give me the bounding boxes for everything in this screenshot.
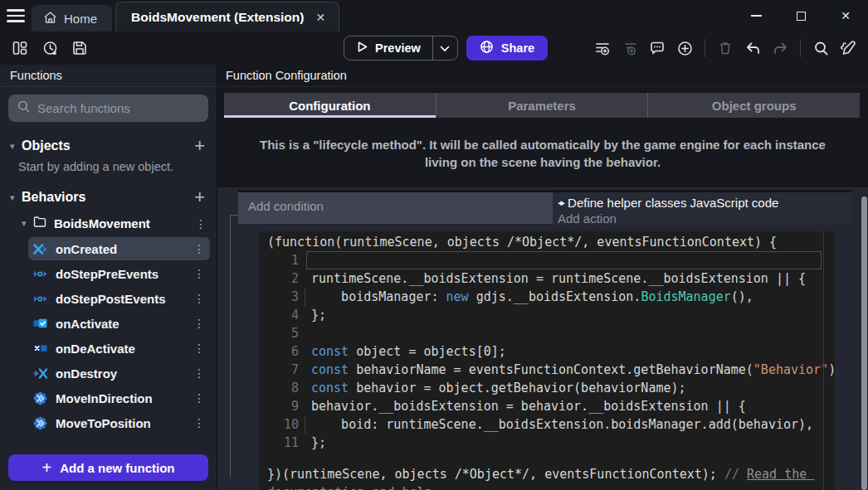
tab-document[interactable]: BoidsMovement (Extension) ✕: [115, 2, 339, 32]
kebab-menu-icon[interactable]: ⋮: [193, 242, 203, 255]
behaviors-section-header[interactable]: ▾ Behaviors +: [0, 185, 217, 210]
lifecycle-info-text: This is a "lifecycle method". It will be…: [242, 136, 843, 171]
add-subevent-icon[interactable]: [618, 36, 641, 60]
kebab-menu-icon[interactable]: ⋮: [193, 317, 203, 330]
layout-panels-icon[interactable]: [8, 36, 32, 60]
add-comment-icon[interactable]: [646, 36, 669, 60]
movetoposition-icon: [33, 416, 47, 430]
objects-empty-hint: Start by adding a new object.: [0, 158, 217, 178]
share-button[interactable]: Share: [466, 36, 548, 61]
add-function-label: Add a new function: [60, 461, 174, 475]
save-icon[interactable]: [68, 36, 91, 60]
close-window-button[interactable]: ✕: [823, 0, 868, 32]
search-functions-box[interactable]: [8, 95, 208, 122]
redo-icon[interactable]: [768, 36, 792, 60]
code-editor[interactable]: (function(runtimeScene, objects /*Object…: [259, 231, 835, 490]
history-icon[interactable]: [38, 36, 61, 60]
oncreated-icon: [33, 242, 47, 256]
events-sheet[interactable]: Add condition ◂▸ Define helper classes J…: [217, 187, 868, 490]
maximize-button[interactable]: [778, 0, 823, 32]
line-number: 2: [259, 269, 299, 288]
caret-down-icon[interactable]: ▾: [10, 192, 22, 203]
function-item-label: doStepPreEvents: [56, 267, 193, 281]
behaviors-section-label: Behaviors: [22, 190, 194, 205]
function-item-dostespreevents[interactable]: doStepPreEvents ⋮: [28, 262, 210, 285]
code-line[interactable]: 7const behaviorName = eventsFunctionCont…: [259, 361, 835, 379]
function-item-label: doStepPostEvents: [56, 292, 193, 306]
tab-object-groups[interactable]: Object groups: [648, 93, 860, 118]
search-icon[interactable]: [809, 36, 832, 60]
editor-scrollbar[interactable]: [823, 231, 835, 490]
chevron-down-icon: [440, 41, 450, 56]
code-line[interactable]: 5: [259, 324, 835, 342]
objects-section-header[interactable]: ▾ Objects +: [0, 133, 217, 158]
trash-icon[interactable]: [714, 36, 737, 60]
caret-down-icon[interactable]: ▾: [10, 141, 22, 152]
events-scrollbar[interactable]: [861, 196, 867, 490]
edit-extension-icon[interactable]: [836, 36, 860, 60]
code-line[interactable]: 10 boid: runtimeScene.__boidsExtension.b…: [259, 415, 835, 434]
code-line[interactable]: 11};: [259, 434, 835, 452]
main-menu-button[interactable]: [0, 0, 32, 32]
tab-home[interactable]: Home: [32, 5, 112, 32]
tab-parameters[interactable]: Parameters: [436, 93, 649, 118]
add-condition-button[interactable]: Add condition: [238, 192, 553, 224]
line-number: 3: [259, 288, 299, 306]
code-line[interactable]: 4};: [259, 306, 835, 324]
function-item-ondeactivate[interactable]: onDeActivate ⋮: [28, 337, 210, 360]
function-configuration-panel: Function Configuration Configuration Par…: [217, 65, 868, 490]
preview-dropdown-button[interactable]: [432, 36, 457, 61]
toolbar-right: [591, 36, 860, 60]
function-item-onactivate[interactable]: onActivate ⋮: [28, 312, 210, 335]
function-item-label: MoveToPosition: [56, 416, 193, 430]
plus-icon: +: [41, 458, 51, 478]
kebab-menu-icon[interactable]: ⋮: [193, 342, 203, 355]
minimize-button[interactable]: [734, 0, 778, 32]
close-tab-icon[interactable]: ✕: [315, 11, 325, 24]
preview-button-main[interactable]: Preview: [344, 41, 432, 56]
function-item-dosteppostevents[interactable]: doStepPostEvents ⋮: [28, 287, 210, 310]
kebab-menu-icon[interactable]: ⋮: [193, 366, 203, 380]
kebab-menu-icon[interactable]: ⋮: [193, 391, 203, 405]
tab-configuration[interactable]: Configuration: [224, 93, 436, 118]
add-circle-icon[interactable]: [673, 36, 696, 60]
code-line[interactable]: 1: [259, 251, 835, 269]
kebab-menu-icon[interactable]: ⋮: [195, 217, 205, 230]
add-action-button[interactable]: Add action: [558, 211, 843, 228]
titlebar: Home BoidsMovement (Extension) ✕ ✕: [0, 0, 868, 32]
line-number: 11: [259, 434, 299, 452]
ondeactivate-icon: [33, 342, 47, 356]
code-line[interactable]: 8const behavior = object.getBehavior(beh…: [259, 379, 835, 397]
add-new-function-button[interactable]: + Add a new function: [8, 454, 208, 481]
caret-down-icon[interactable]: ▾: [22, 218, 33, 229]
add-object-button[interactable]: +: [194, 138, 205, 154]
kebab-menu-icon[interactable]: ⋮: [193, 267, 203, 280]
line-number: 4: [259, 306, 299, 324]
search-icon: [17, 99, 31, 117]
line-number: 5: [259, 324, 299, 342]
code-line[interactable]: 3 boidsManager: new gdjs.__boidsExtensio…: [259, 288, 835, 306]
js-code-event[interactable]: Add condition ◂▸ Define helper classes J…: [238, 190, 851, 490]
config-tabbar: Configuration Parameters Object groups: [224, 93, 860, 118]
function-item-moveindirection[interactable]: MoveInDirection ⋮: [28, 386, 210, 410]
add-behavior-button[interactable]: +: [194, 189, 205, 206]
kebab-menu-icon[interactable]: ⋮: [193, 416, 203, 429]
code-line[interactable]: 2runtimeScene.__boidsExtension = runtime…: [259, 269, 835, 288]
undo-icon[interactable]: [741, 36, 764, 60]
panel-title: Function Configuration: [217, 65, 868, 87]
dosteppostevents-icon: [33, 292, 47, 306]
behavior-group-boidsmovement[interactable]: ▾ BoidsMovement ⋮: [0, 211, 217, 235]
function-item-ondestroy[interactable]: onDestroy ⋮: [28, 361, 210, 385]
code-line[interactable]: 9behavior.__boidsExtension = behavior.__…: [259, 397, 835, 415]
function-item-oncreated[interactable]: onCreated ⋮: [28, 237, 210, 260]
js-event-title-row[interactable]: ◂▸ Define helper classes JavaScript code: [558, 194, 843, 211]
folder-icon: [33, 216, 46, 231]
function-item-movetoposition[interactable]: MoveToPosition ⋮: [28, 411, 210, 434]
dosteppreevents-icon: [33, 267, 47, 281]
window-controls: ✕: [734, 0, 868, 32]
search-functions-input[interactable]: [37, 101, 202, 115]
kebab-menu-icon[interactable]: ⋮: [193, 292, 203, 305]
line-number: 6: [259, 342, 299, 361]
code-line[interactable]: 6const object = objects[0];: [259, 342, 835, 361]
add-event-icon[interactable]: [591, 36, 614, 60]
